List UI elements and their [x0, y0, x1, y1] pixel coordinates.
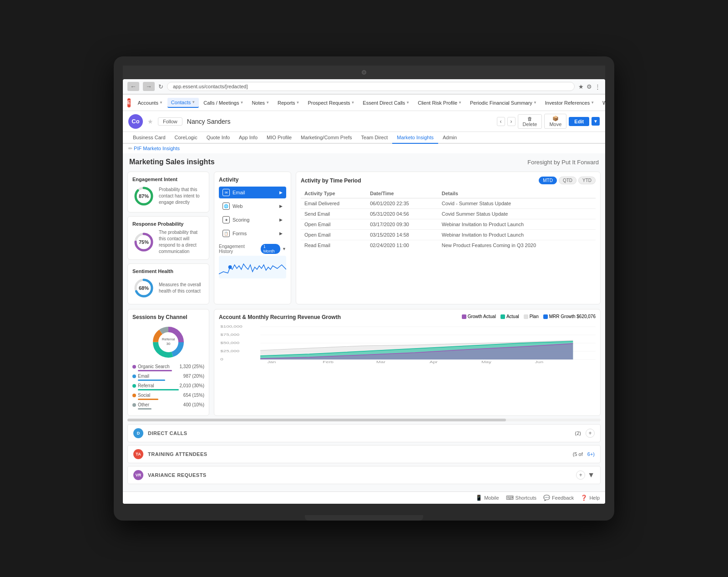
tab-mio-profile[interactable]: MIO Profile: [262, 132, 296, 144]
tab-admin[interactable]: Admin: [438, 132, 461, 144]
time-tabs: MTD QTD YTD: [539, 177, 596, 184]
engagement-period-badge[interactable]: 1 Month: [261, 244, 280, 254]
cell-datetime: 02/24/2020 11:00: [366, 240, 438, 251]
footer-shortcuts[interactable]: ⌨ Shortcuts: [506, 495, 536, 501]
svg-text:30: 30: [167, 342, 171, 346]
activity-time-header: Activity by Time Period MTD QTD YTD: [301, 177, 596, 184]
tab-quote-info[interactable]: Quote Info: [202, 132, 234, 144]
contacts-label: Contacts: [171, 100, 191, 105]
variance-label: VARIANCE REQUESTS: [148, 472, 576, 478]
engagement-history-text: Engagement History: [219, 244, 259, 254]
breadcrumb-text: PIF Marketo Insights: [134, 146, 180, 151]
tab-app-info[interactable]: App Info: [234, 132, 262, 144]
scroll-thumb[interactable]: [127, 419, 506, 421]
email-arrow: ▶: [279, 190, 283, 195]
training-count: (5 of: [573, 451, 583, 457]
forward-button[interactable]: →: [143, 82, 155, 91]
legend-item: Email 987 (20%): [132, 374, 204, 381]
menu-icon[interactable]: ⋮: [595, 83, 601, 90]
response-pct: 75%: [139, 239, 149, 245]
engagement-intent-title: Engagement Intent: [132, 177, 204, 182]
engagement-history-section: Engagement History 1 Month ▼: [219, 244, 286, 278]
svg-text:$25,000: $25,000: [220, 349, 239, 353]
move-button[interactable]: 📦 Move: [544, 114, 566, 129]
activity-web[interactable]: 🌐 Web ▶: [219, 200, 286, 212]
variance-add[interactable]: +: [576, 471, 585, 480]
engagement-history-label: Engagement History 1 Month ▼: [219, 244, 286, 254]
follow-button[interactable]: Follow: [158, 117, 182, 126]
scoring-label: Scoring: [233, 217, 249, 223]
nav-items: Accounts ▼ Contacts ▼ Calls / Meetings ▼…: [134, 98, 605, 108]
edit-dropdown-icon[interactable]: ▼: [592, 117, 600, 126]
legend-dot: [132, 384, 136, 388]
prev-record-button[interactable]: ‹: [497, 117, 505, 126]
activity-forms[interactable]: 📋 Forms ▶: [219, 228, 286, 239]
bottom-row: Sessions by Channel: [127, 309, 601, 416]
direct-calls-add[interactable]: +: [586, 429, 595, 438]
tab-marketo-insights[interactable]: Marketo Insights: [392, 132, 438, 144]
nav-item-risk[interactable]: Client Risk Profile ▼: [414, 98, 465, 107]
reload-button[interactable]: ↻: [158, 83, 163, 90]
nav-item-notes[interactable]: Notes ▼: [248, 98, 273, 107]
sentiment-card: Sentiment Health 68% Measures the overal…: [127, 263, 209, 304]
nav-item-reports[interactable]: Reports ▼: [274, 98, 303, 107]
activity-panel: Activity ✉ Email ▶ 🌐 Web ▶: [214, 172, 291, 304]
table-row: Email Delivered 06/01/2020 22:35 Covid -…: [301, 198, 596, 209]
left-panel: Engagement Intent 87% Probability that t…: [127, 172, 209, 304]
header-actions: ‹ › 🗑 Delete 📦 Move Edit ▼: [497, 114, 600, 129]
tab-mtd[interactable]: MTD: [539, 177, 557, 184]
footer-help[interactable]: ❓ Help: [581, 495, 600, 501]
star-icon[interactable]: ★: [578, 83, 584, 90]
cell-activity-type: Open Email: [301, 219, 366, 230]
settings-icon[interactable]: ⚙: [586, 83, 592, 90]
activity-time-title: Activity by Time Period: [301, 177, 361, 184]
nav-item-financial[interactable]: Periodic Financial Summary ▼: [466, 98, 541, 107]
activity-email[interactable]: ✉ Email ▶: [219, 187, 286, 198]
insights-title: Marketing Sales insights: [129, 158, 215, 166]
tab-team-direct[interactable]: Team Direct: [357, 132, 393, 144]
investor-label: Investor References: [545, 100, 590, 106]
nav-item-contacts[interactable]: Contacts ▼: [167, 98, 199, 108]
engagement-dropdown-icon[interactable]: ▼: [282, 247, 286, 251]
nav-item-prospect[interactable]: Prospect Requests ▼: [304, 98, 359, 107]
svg-text:Ferb: Ferb: [323, 360, 334, 364]
nav-item-direct[interactable]: Essent Direct Calls ▼: [359, 98, 413, 107]
edit-button[interactable]: Edit: [569, 117, 589, 126]
nav-item-accounts[interactable]: Accounts ▼: [134, 98, 167, 107]
star-favorite-icon[interactable]: ★: [147, 118, 153, 125]
footer-feedback[interactable]: 💬 Feedback: [543, 495, 574, 501]
prospect-label: Prospect Requests: [308, 100, 350, 106]
variance-requests-section: VR VARIANCE REQUESTS + ▼: [127, 466, 601, 484]
scoring-icon: ★: [222, 216, 230, 223]
nav-item-investor[interactable]: Investor References ▼: [541, 98, 598, 107]
legend-channel-name: Referral: [138, 383, 178, 388]
cell-details: Covid Summer Status Update: [438, 209, 596, 219]
back-button[interactable]: ←: [127, 82, 139, 91]
delete-button[interactable]: 🗑 Delete: [518, 114, 542, 129]
tab-business-card[interactable]: Business Card: [128, 132, 170, 144]
svg-text:Jun: Jun: [535, 360, 543, 364]
nav-item-calls[interactable]: Calls / Meetings ▼: [200, 98, 247, 107]
breadcrumb[interactable]: ✏ PIF Marketo Insights: [123, 144, 605, 153]
table-row: Open Email 03/15/2020 14:58 Webinar Invi…: [301, 230, 596, 240]
panels-row: Engagement Intent 87% Probability that t…: [127, 172, 601, 304]
legend-channel-name: Social: [138, 393, 182, 398]
revenue-title: Account & Monthly Recurring Revenue Grow…: [219, 314, 341, 320]
training-link[interactable]: 6+): [587, 451, 595, 457]
cell-details: New Product Features Coming in Q3 2020: [438, 240, 596, 251]
tab-marketing-comm[interactable]: Marketing/Comm Prefs: [296, 132, 356, 144]
forms-arrow: ▶: [279, 231, 283, 236]
help-icon: ❓: [581, 495, 587, 501]
activity-scoring[interactable]: ★ Scoring ▶: [219, 214, 286, 226]
footer-mobile[interactable]: 📱 Mobile: [475, 495, 499, 501]
sentiment-title: Sentiment Health: [132, 268, 204, 274]
scoring-arrow: ▶: [279, 218, 283, 222]
next-record-button[interactable]: ›: [507, 117, 516, 126]
tab-qtd[interactable]: QTD: [559, 177, 576, 184]
nav-item-who[interactable]: Who Do They Sell To ▼: [599, 98, 605, 107]
contacts-arrow: ▼: [192, 100, 195, 104]
variance-chevron-down[interactable]: ▼: [587, 471, 595, 479]
url-bar[interactable]: app.essent.us/contacts/[redacted]: [167, 82, 575, 91]
tab-corelogic[interactable]: CoreLogic: [170, 132, 202, 144]
tab-ytd[interactable]: YTD: [578, 177, 596, 184]
